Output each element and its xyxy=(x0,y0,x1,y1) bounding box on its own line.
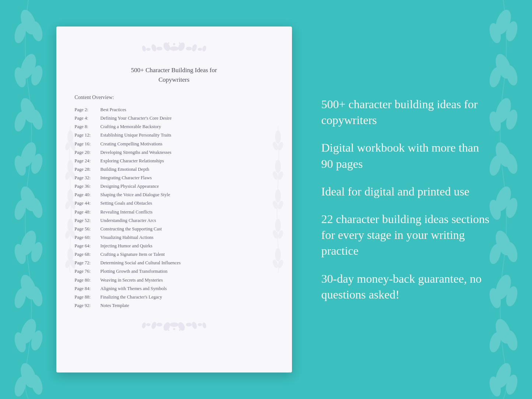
toc-page-title: Understanding Character Arcs xyxy=(101,216,156,225)
svg-point-128 xyxy=(168,329,169,331)
toc-page-title: Notes Template xyxy=(101,301,129,310)
toc-page-title: Weaving in Secrets and Mysteries xyxy=(101,276,163,285)
toc-item: Page 24:Exploring Character Relationship… xyxy=(75,157,274,165)
toc-item: Page 84:Aligning with Themes and Symbols xyxy=(75,285,274,293)
toc-page-number: Page 92: xyxy=(75,301,101,310)
svg-point-117 xyxy=(162,321,171,332)
toc-item: Page 88:Finalizing the Character's Legac… xyxy=(75,293,274,301)
svg-point-124 xyxy=(198,323,202,326)
card-top-ornament xyxy=(75,41,274,58)
toc-item: Page 32:Integrating Character Flaws xyxy=(75,174,274,182)
toc-item: Page 68:Crafting a Signature Item or Tal… xyxy=(75,250,274,259)
toc-item: Page 72:Determining Social and Cultural … xyxy=(75,259,274,267)
toc-page-title: Establishing Unique Personality Traits xyxy=(101,131,172,140)
toc-item: Page 40:Shaping the Voice and Dialogue S… xyxy=(75,191,274,199)
toc-item: Page 64:Injecting Humor and Quirks xyxy=(75,242,274,250)
svg-point-111 xyxy=(141,45,147,52)
toc-item: Page 92:Notes Template xyxy=(75,301,274,310)
svg-point-129 xyxy=(179,329,180,331)
svg-point-123 xyxy=(146,323,151,326)
svg-point-115 xyxy=(179,42,180,44)
panel-bullet-1: 500+ character building ideas for copywr… xyxy=(321,96,491,128)
toc-item: Page 4:Defining Your Character's Core De… xyxy=(75,114,274,123)
svg-point-84 xyxy=(67,248,73,261)
toc-page-number: Page 88: xyxy=(75,293,101,301)
document-card: 500+ Character Building Ideas for Copywr… xyxy=(56,27,292,372)
toc-item: Page 16:Creating Compelling Motivations xyxy=(75,140,274,148)
toc-page-title: Crafting a Memorable Backstory xyxy=(101,123,161,131)
svg-point-118 xyxy=(177,321,186,332)
svg-point-113 xyxy=(173,43,175,45)
toc-page-title: Revealing Internal Conflicts xyxy=(101,208,153,216)
main-layout: 500+ Character Building Ideas for Copywr… xyxy=(0,0,532,399)
toc-item: Page 20:Developing Strengths and Weaknes… xyxy=(75,148,274,157)
toc-page-title: Integrating Character Flaws xyxy=(101,174,152,182)
toc-page-title: Plotting Growth and Transformation xyxy=(101,267,168,276)
svg-point-116 xyxy=(170,322,179,327)
svg-point-109 xyxy=(146,48,151,51)
card-bottom-ornament xyxy=(75,317,274,334)
svg-point-90 xyxy=(275,160,281,173)
svg-point-120 xyxy=(186,323,192,326)
toc-page-title: Finalizing the Character's Legacy xyxy=(101,293,162,301)
toc-item: Page 76:Plotting Growth and Transformati… xyxy=(75,267,274,276)
toc-page-title: Visualizing Habitual Actions xyxy=(101,233,154,242)
toc-item: Page 36:Designing Physical Appearance xyxy=(75,182,274,191)
toc-page-title: Exploring Character Relationships xyxy=(101,157,164,165)
toc-page-title: Setting Goals and Obstacles xyxy=(101,199,152,208)
toc-item: Page 12:Establishing Unique Personality … xyxy=(75,131,274,140)
svg-point-87 xyxy=(275,130,281,144)
svg-point-122 xyxy=(191,321,197,330)
toc-page-title: Constructing the Supporting Cast xyxy=(101,225,162,233)
panel-bullet-5: 30-day money-back guarantee, no question… xyxy=(321,271,491,303)
svg-point-121 xyxy=(150,321,157,330)
svg-point-93 xyxy=(275,189,281,202)
svg-point-107 xyxy=(150,44,157,52)
toc-page-number: Page 2: xyxy=(75,106,101,114)
toc-page-number: Page 80: xyxy=(75,276,101,285)
toc-page-title: Aligning with Themes and Symbols xyxy=(101,285,167,293)
svg-point-114 xyxy=(168,42,169,44)
toc-page-title: Injecting Humor and Quirks xyxy=(101,242,152,250)
toc-item: Page 8:Crafting a Memorable Backstory xyxy=(75,123,274,131)
svg-point-99 xyxy=(275,248,281,261)
toc-list: Page 2:Best PracticesPage 4:Defining You… xyxy=(75,106,274,310)
toc-page-title: Shaping the Voice and Dialogue Style xyxy=(101,191,170,199)
toc-item: Page 52:Understanding Character Arcs xyxy=(75,216,274,225)
svg-point-96 xyxy=(275,219,281,232)
svg-point-119 xyxy=(156,323,162,326)
svg-point-112 xyxy=(202,45,207,52)
svg-point-106 xyxy=(186,47,192,50)
svg-point-105 xyxy=(156,47,162,50)
svg-point-110 xyxy=(198,48,202,51)
svg-point-108 xyxy=(191,44,197,52)
overview-label: Content Overview: xyxy=(75,95,274,100)
toc-item: Page 44:Setting Goals and Obstacles xyxy=(75,199,274,208)
toc-page-title: Determining Social and Cultural Influenc… xyxy=(101,259,181,267)
card-right-ornament xyxy=(267,126,289,273)
document-title: 500+ Character Building Ideas for Copywr… xyxy=(75,66,274,84)
panel-bullet-4: 22 character building ideas sections for… xyxy=(321,211,491,259)
svg-point-127 xyxy=(173,328,175,330)
svg-point-104 xyxy=(177,42,186,52)
toc-page-title: Best Practices xyxy=(101,106,126,114)
svg-point-81 xyxy=(67,219,73,232)
svg-point-102 xyxy=(170,46,179,51)
toc-page-title: Defining Your Character's Core Desire xyxy=(101,114,172,123)
toc-page-number: Page 4: xyxy=(75,114,101,123)
panel-bullet-3: Ideal for digital and printed use xyxy=(321,184,491,200)
toc-page-title: Building Emotional Depth xyxy=(101,165,149,174)
toc-item: Page 56:Constructing the Supporting Cast xyxy=(75,225,274,233)
toc-page-title: Crafting a Signature Item or Talent xyxy=(101,250,165,259)
toc-page-title: Creating Compelling Motivations xyxy=(101,140,163,148)
toc-item: Page 60:Visualizing Habitual Actions xyxy=(75,233,274,242)
toc-item: Page 28:Building Emotional Depth xyxy=(75,165,274,174)
svg-point-103 xyxy=(162,42,171,52)
toc-page-title: Developing Strengths and Weaknesses xyxy=(101,148,172,157)
text-panel: 500+ character building ideas for copywr… xyxy=(314,96,491,303)
toc-item: Page 80:Weaving in Secrets and Mysteries xyxy=(75,276,274,285)
toc-page-title: Designing Physical Appearance xyxy=(101,182,159,191)
svg-point-78 xyxy=(67,189,73,202)
svg-point-126 xyxy=(202,322,207,329)
toc-page-number: Page 84: xyxy=(75,285,101,293)
